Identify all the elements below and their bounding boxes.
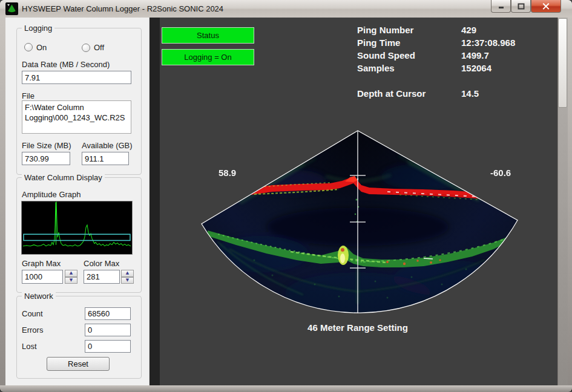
water-column-fan[interactable] [179, 120, 536, 323]
minimize-icon [498, 3, 505, 9]
ping-number-label: Ping Number [357, 25, 413, 35]
ping-time-value: 12:37:08.968 [461, 38, 515, 48]
logging-group-label: Logging [22, 24, 54, 33]
range-setting-label: 46 Meter Range Setting [267, 322, 449, 333]
graph-max-up-icon[interactable]: ▲ [65, 270, 77, 277]
port-angle-label: 58.9 [219, 168, 236, 178]
amplitude-threshold-band [24, 234, 130, 240]
color-max-up-icon[interactable]: ▲ [121, 270, 134, 277]
graph-max-down-icon[interactable]: ▼ [65, 277, 77, 284]
file-label: File [22, 91, 35, 100]
logging-indicator[interactable]: Logging = On [162, 49, 254, 65]
color-max-input[interactable] [84, 270, 120, 284]
close-icon [542, 3, 550, 10]
available-input[interactable] [82, 152, 129, 165]
color-max-spinner[interactable]: ▲ ▼ [121, 270, 134, 284]
control-panel: Logging On Off Data Rate (MB / Second) F… [5, 18, 150, 385]
color-max-label: Color Max [84, 259, 119, 268]
radio-off-label: Off [94, 43, 104, 52]
app-icon [5, 2, 18, 15]
file-size-input[interactable] [22, 152, 70, 165]
radio-on-label: On [36, 43, 47, 52]
water-column-display-group: Water Column Display Amplitude Graph Gra… [16, 177, 142, 293]
depth-at-cursor-label: Depth at Cursor [357, 88, 426, 99]
reset-button[interactable]: Reset [47, 357, 110, 371]
available-label: Available (GB) [82, 141, 133, 150]
network-group-label: Network [22, 292, 56, 301]
color-max-down-icon[interactable]: ▼ [121, 277, 134, 284]
panel-shadow [150, 18, 160, 385]
graph-max-input[interactable] [22, 270, 63, 284]
radio-off-circle[interactable] [82, 44, 90, 52]
lost-input[interactable] [85, 340, 131, 353]
samples-value: 152064 [461, 63, 491, 73]
scrollbar-thumb[interactable] [558, 18, 567, 108]
ping-number-value: 429 [461, 25, 476, 35]
amplitude-graph-label: Amplitude Graph [22, 190, 81, 199]
errors-input[interactable] [85, 324, 131, 336]
graph-max-spinner[interactable]: ▲ ▼ [65, 270, 77, 284]
file-size-label: File Size (MB) [22, 141, 71, 150]
data-rate-input[interactable] [22, 71, 131, 84]
frame-left [0, 18, 5, 385]
ping-readout: Ping Number 429 Ping Time 12:37:08.968 S… [357, 25, 539, 103]
frame-right [568, 18, 572, 385]
wcd-group-label: Water Column Display [22, 173, 105, 182]
radio-logging-on[interactable]: On [24, 42, 47, 53]
minimize-button[interactable] [491, 0, 511, 13]
ping-time-label: Ping Time [357, 38, 400, 48]
maximize-icon [518, 3, 525, 10]
file-path-box[interactable]: F:\Water Column Logging\000_1243_WC.R2S [22, 100, 131, 134]
errors-label: Errors [22, 325, 43, 335]
count-input[interactable] [85, 307, 131, 320]
logging-group: Logging On Off Data Rate (MB / Second) F… [16, 28, 142, 175]
sound-speed-value: 1499.7 [461, 50, 489, 60]
starboard-angle-label: -60.6 [490, 168, 511, 178]
app-window: HYSWEEP Water Column Logger - R2Sonic SO… [0, 0, 572, 392]
frame-bottom [0, 385, 572, 392]
network-group: Network Count Errors Lost Reset [16, 296, 142, 379]
title-bar[interactable]: HYSWEEP Water Column Logger - R2Sonic SO… [0, 0, 572, 18]
count-label: Count [22, 309, 43, 318]
samples-label: Samples [357, 63, 395, 73]
status-indicator[interactable]: Status [162, 27, 254, 44]
depth-at-cursor-value: 14.5 [461, 88, 479, 99]
window-title: HYSWEEP Water Column Logger - R2Sonic SO… [22, 0, 223, 18]
radio-on-circle[interactable] [24, 43, 33, 51]
close-button[interactable] [531, 0, 561, 13]
sound-speed-label: Sound Speed [357, 50, 415, 60]
maximize-button[interactable] [511, 0, 531, 13]
lost-label: Lost [22, 342, 37, 351]
data-rate-label: Data Rate (MB / Second) [22, 60, 110, 69]
amplitude-graph [21, 201, 133, 255]
radio-logging-off[interactable]: Off [82, 42, 104, 53]
graph-max-label: Graph Max [22, 259, 61, 268]
